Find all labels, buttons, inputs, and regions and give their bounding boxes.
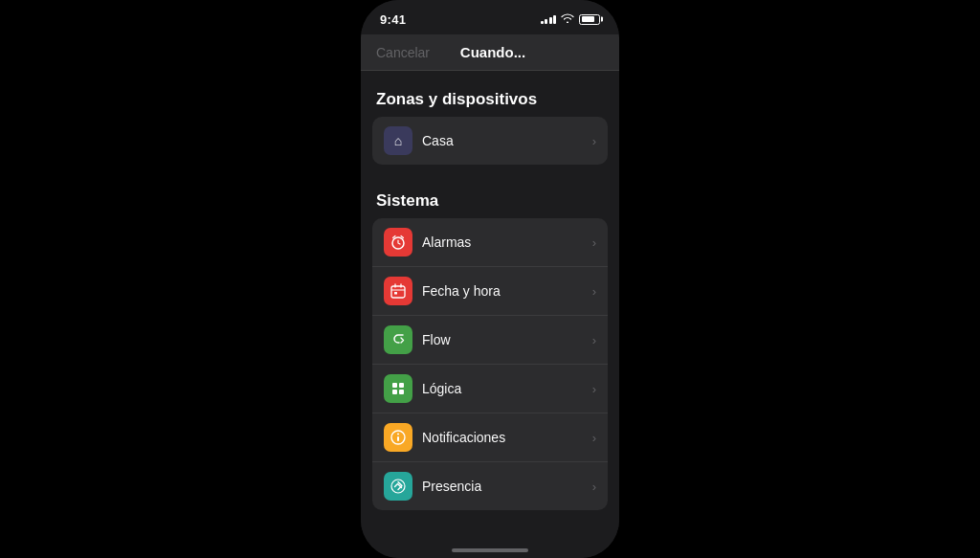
nav-title: Cuando... bbox=[460, 44, 525, 60]
svg-rect-4 bbox=[399, 383, 404, 388]
notificaciones-label: Notificaciones bbox=[422, 430, 592, 445]
casa-icon: ⌂ bbox=[384, 126, 412, 155]
fechahora-label: Fecha y hora bbox=[422, 283, 592, 299]
list-item-alarmas[interactable]: Alarmas › bbox=[372, 218, 608, 267]
section-header-sistema: Sistema bbox=[361, 172, 619, 218]
list-item-casa[interactable]: ⌂ Casa › bbox=[372, 117, 608, 165]
svg-rect-2 bbox=[394, 292, 397, 295]
presencia-label: Presencia bbox=[422, 479, 592, 494]
list-item-presencia[interactable]: Presencia › bbox=[372, 462, 608, 510]
svg-rect-5 bbox=[392, 390, 397, 394]
casa-label: Casa bbox=[422, 133, 592, 148]
status-icons bbox=[541, 13, 601, 25]
chevron-icon: › bbox=[592, 333, 596, 347]
home-bar-area bbox=[361, 535, 619, 558]
list-item-flow[interactable]: Flow › bbox=[372, 316, 608, 365]
alarmas-label: Alarmas bbox=[422, 234, 592, 250]
nav-bar: Cancelar Cuando... bbox=[361, 34, 619, 71]
svg-point-8 bbox=[397, 434, 399, 435]
chevron-icon: › bbox=[592, 284, 596, 299]
chevron-icon: › bbox=[592, 235, 596, 250]
flow-icon bbox=[384, 325, 412, 354]
logica-icon bbox=[384, 374, 412, 403]
status-bar: 9:41 bbox=[361, 0, 619, 34]
chevron-icon: › bbox=[592, 134, 596, 148]
phone-frame: 9:41 Cancelar Cuando... bbox=[361, 0, 619, 558]
fechahora-icon bbox=[384, 277, 412, 305]
svg-rect-3 bbox=[392, 383, 397, 388]
list-item-logica[interactable]: Lógica › bbox=[372, 365, 608, 413]
wifi-icon bbox=[561, 13, 574, 25]
list-group-sistema: Alarmas › Fecha y hora › bbox=[372, 218, 608, 510]
svg-rect-1 bbox=[391, 286, 405, 298]
flow-label: Flow bbox=[422, 332, 592, 347]
logica-label: Lógica bbox=[422, 381, 592, 396]
list-group-zonas: ⌂ Casa › bbox=[372, 117, 608, 165]
presencia-icon bbox=[384, 472, 412, 501]
cancel-button[interactable]: Cancelar bbox=[376, 45, 430, 60]
chevron-icon: › bbox=[592, 431, 596, 445]
list-item-fechahora[interactable]: Fecha y hora › bbox=[372, 267, 608, 316]
battery-icon bbox=[579, 14, 600, 25]
content-area: Zonas y dispositivos ⌂ Casa › Sistema bbox=[361, 71, 619, 535]
section-header-aplicaciones: Aplicaciones bbox=[361, 518, 619, 535]
home-bar bbox=[452, 548, 528, 552]
signal-icon bbox=[541, 14, 557, 24]
section-header-zonas: Zonas y dispositivos bbox=[361, 71, 619, 117]
svg-rect-6 bbox=[399, 390, 404, 394]
svg-rect-9 bbox=[397, 436, 399, 441]
chevron-icon: › bbox=[592, 480, 596, 494]
list-item-notificaciones[interactable]: Notificaciones › bbox=[372, 413, 608, 462]
chevron-icon: › bbox=[592, 382, 596, 396]
alarmas-icon bbox=[384, 228, 412, 257]
status-time: 9:41 bbox=[380, 12, 406, 27]
notif-icon bbox=[384, 423, 412, 452]
